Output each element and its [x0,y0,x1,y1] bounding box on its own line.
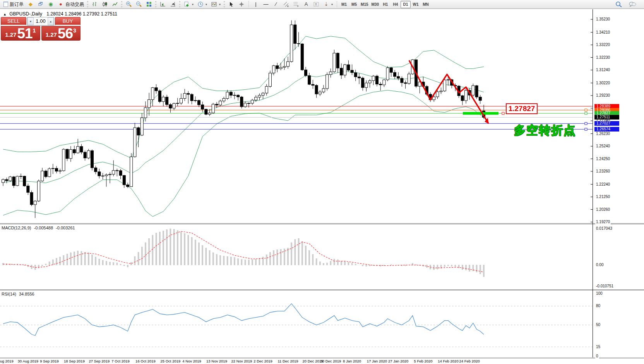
zoom-out-button[interactable] [134,1,144,8]
bar-chart-mode-button[interactable] [90,1,100,8]
date-label: 18 Sep 2019 [64,359,85,363]
collapse-triangle-icon[interactable]: ▲ [3,12,7,16]
data-window-button[interactable]: 🗗 [36,1,46,8]
rsi-panel-canvas[interactable] [0,291,593,357]
macd-histogram-bar [252,260,253,265]
turning-point-annotation[interactable]: 多空转折点 [514,123,576,138]
text-tool-button[interactable]: A [301,1,311,8]
navigator-button[interactable]: ◉ [46,1,56,8]
macd-histogram-bar [312,255,313,265]
market-watch-button[interactable]: ◆ [26,1,36,8]
sell-button[interactable]: SELL [1,17,26,26]
templates-button[interactable]: ▾ [209,1,223,8]
date-label: 25 Oct 2019 [161,359,181,363]
price-tick-1.20260: 1.20260 [595,207,611,212]
trendline-tool-button[interactable]: ∕ [271,1,281,8]
macd-histogram-bar [159,232,160,265]
macd-histogram-bar [163,231,164,265]
indicators-button[interactable]: ▾ [182,1,195,8]
periods-caret-icon: ▾ [206,3,207,6]
tile-windows-button[interactable] [144,1,154,8]
buy-price-tile[interactable]: 1.27 56 3 [41,26,81,41]
macd-histogram-bar [416,265,417,265]
channel-tool-button[interactable]: E [281,1,291,8]
vline-tool-button[interactable]: | [251,1,261,8]
macd-histogram-bar [152,235,153,265]
periods-button[interactable]: ▾ [195,1,209,8]
fibonacci-icon: F [293,1,299,7]
cursor-tool-button[interactable] [226,1,236,8]
date-label: 8 Jan 2020 [343,359,361,363]
price-tick-1.33220: 1.33220 [595,43,611,47]
timeframe-h4-button[interactable]: H4 [391,1,401,8]
macd-histogram-bar [451,265,452,266]
text-label-tool-button[interactable]: T [311,1,321,8]
candles-series [2,21,485,218]
line-chart-mode-button[interactable] [110,1,120,8]
sell-price-tile[interactable]: 1.27 51 1 [1,26,40,41]
price-tick-1.32230: 1.32230 [595,55,611,60]
macd-histogram-bar [70,253,71,265]
trend-arrowhead [484,118,491,125]
macd-histogram-bar [291,243,292,265]
chat-icon[interactable] [629,1,636,7]
macd-histogram-bar [348,262,349,265]
price-tick-1.21250: 1.21250 [595,195,611,199]
timeframe-m30-button[interactable]: M30 [370,1,380,8]
templates-caret-icon: ▾ [219,3,221,6]
macd-histogram-bar [60,257,61,265]
price-chart-canvas[interactable] [0,9,593,223]
timeframe-h1-button[interactable]: H1 [380,1,391,8]
macd-histogram-bar [245,260,246,265]
price-tick-1.19270: 1.19270 [595,220,611,224]
one-click-trading-panel: SELL ▼ 1.00 ▲ BUY 1.27 51 1 1.27 56 3 [1,17,80,41]
timeframe-m5-button[interactable]: M5 [349,1,359,8]
macd-histogram-bar [391,265,392,265]
buy-button[interactable]: BUY [55,17,80,26]
chart-shift-button[interactable] [168,1,178,8]
arrows-caret-icon: ▾ [331,3,333,6]
macd-histogram-bar [123,265,125,266]
volume-decrease-button[interactable]: ▼ [27,17,34,25]
volume-increase-button[interactable]: ▲ [48,17,54,25]
date-label: 27 Jan 2020 [388,359,408,363]
timeframe-w1-button[interactable]: W1 [411,1,421,8]
toolbar-grip [179,1,181,7]
auto-scroll-button[interactable] [158,1,168,8]
market-watch-icon: ◆ [27,1,34,7]
rsi-tick-80: 80 [595,304,601,308]
crosshair-tool-button[interactable] [236,1,247,8]
macd-histogram-bar [480,265,481,274]
date-label: 17 Jan 2020 [367,359,387,363]
fibonacci-tool-button[interactable]: F [291,1,301,8]
macd-histogram-bar [113,262,114,265]
date-label: 27 Sep 2019 [89,359,110,363]
macd-panel-canvas[interactable] [0,224,593,289]
timeframe-m15-button[interactable]: M15 [359,1,370,8]
candle-chart-mode-button[interactable] [100,1,110,8]
price-label-1.27027: 1.27027 [594,121,619,126]
macd-histogram-bar [437,265,438,269]
bollinger-lower-band [3,90,484,217]
macd-histogram-bar [309,251,310,265]
volume-value[interactable]: 1.00 [34,17,48,25]
level-handle [585,112,587,114]
macd-histogram-bar [56,258,57,265]
price-tick-1.31240: 1.31240 [595,68,611,72]
date-axis[interactable]: 21 Aug 201930 Aug 20199 Sep 201918 Sep 2… [0,358,644,364]
chart-shift-icon [170,1,176,7]
price-callout-box[interactable]: 1.27827 [506,103,538,114]
timeframe-m1-button[interactable]: M1 [339,1,349,8]
zoom-in-button[interactable] [124,1,134,8]
search-icon[interactable] [615,1,622,7]
price-axis[interactable]: 1.352301.342101.332201.322301.312401.302… [593,9,644,357]
timeframe-mn-button[interactable]: MN [421,1,431,8]
autotrading-label: 自动交易 [65,1,84,8]
macd-histogram-bar [241,260,242,265]
equidistant-channel-icon: E [283,1,289,7]
timeframe-d1-button[interactable]: D1 [401,1,411,8]
new-order-button[interactable]: 新订单 [2,1,26,8]
hline-tool-button[interactable]: — [261,1,271,8]
autotrading-button[interactable]: ● 自动交易 [56,1,86,8]
arrows-tool-button[interactable]: ⇣ ▾ [321,1,335,8]
